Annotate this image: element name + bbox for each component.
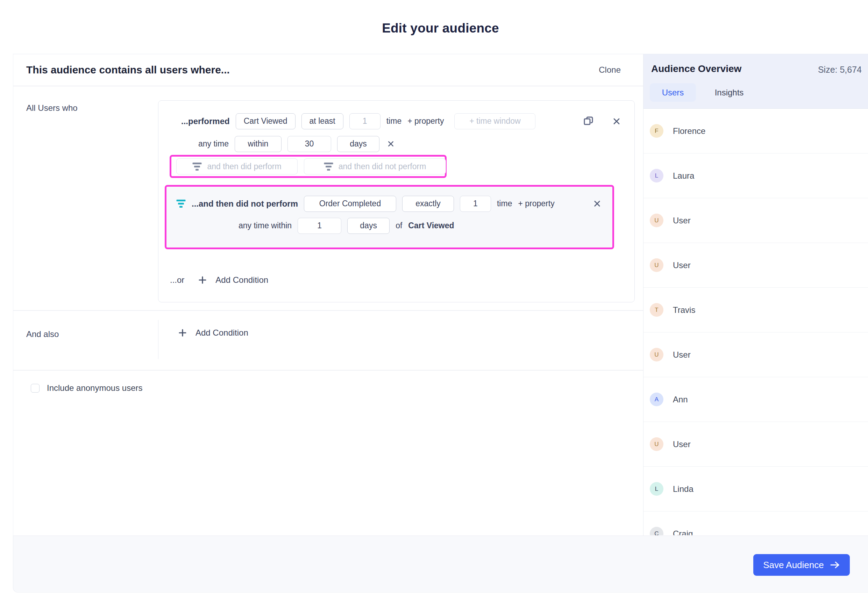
audience-overview-sidebar: Audience Overview Size: 5,674 Users Insi…	[643, 54, 868, 536]
builder-heading-row: This audience contains all users where..…	[13, 54, 643, 86]
timing-value-input[interactable]: 30	[288, 136, 331, 152]
user-name: User	[673, 350, 691, 360]
footer-bar: Save Audience	[13, 536, 868, 592]
and-then-did-perform-button[interactable]: and then did perform	[176, 158, 298, 174]
tab-insights[interactable]: Insights	[710, 83, 748, 102]
plus-icon	[179, 328, 187, 337]
or-label: ...or	[170, 275, 184, 285]
remove-timing-button[interactable]	[387, 140, 394, 147]
group-divider-line	[158, 320, 158, 359]
count-input[interactable]: 1	[349, 113, 381, 130]
user-name: Linda	[673, 484, 694, 494]
timing-operator-select[interactable]: within	[235, 136, 282, 152]
close-icon	[387, 140, 394, 147]
close-icon	[613, 117, 621, 125]
sequence-operator-select[interactable]: exactly	[402, 196, 454, 212]
copy-icon	[583, 116, 594, 127]
sequence-timing-reference-label: Cart Viewed	[408, 221, 454, 230]
close-icon	[593, 200, 601, 208]
list-item[interactable]: L Laura	[644, 153, 868, 198]
sidebar-header: Audience Overview Size: 5,674 Users Insi…	[644, 54, 868, 109]
add-property-button[interactable]: + property	[407, 116, 444, 126]
user-name: Laura	[673, 171, 694, 181]
audience-size-label: Size: 5,674	[818, 65, 862, 75]
include-anonymous-checkbox[interactable]	[31, 384, 40, 393]
event-select[interactable]: Cart Viewed	[236, 113, 295, 130]
list-item[interactable]: A Ann	[644, 377, 868, 422]
condition-prefix-label: ...performed	[181, 116, 230, 126]
arrow-right-icon	[830, 561, 840, 569]
filter-icon-teal	[176, 200, 186, 208]
and-then-did-perform-label: and then did perform	[207, 162, 281, 171]
and-then-did-not-perform-button[interactable]: and then did not perform	[304, 158, 446, 174]
remove-sequence-condition-button[interactable]	[593, 200, 601, 208]
page-title: Edit your audience	[13, 21, 868, 36]
sequence-timing-of-label: of	[396, 221, 402, 230]
timing-unit-select[interactable]: days	[337, 136, 379, 152]
plus-icon	[198, 276, 207, 284]
sequence-timing-value-input[interactable]: 1	[298, 218, 341, 234]
user-name: User	[673, 439, 691, 449]
user-name: Florence	[673, 126, 706, 136]
clone-button[interactable]: Clone	[599, 65, 621, 75]
sequence-prefix-label: ...and then did not perform	[192, 199, 298, 209]
user-name: Ann	[673, 395, 688, 405]
add-condition-button[interactable]: Add Condition	[179, 328, 248, 338]
user-name: Craig	[673, 529, 693, 536]
group-label-all-users: All Users who	[26, 103, 78, 113]
sequence-add-property-button[interactable]: + property	[518, 199, 554, 208]
timing-prefix-label: any time	[198, 139, 229, 149]
avatar: L	[650, 482, 663, 496]
sequence-count-unit-label: time	[497, 199, 512, 208]
condition-row-performed: ...performed Cart Viewed at least 1 time…	[158, 113, 635, 130]
avatar: F	[650, 124, 663, 138]
sequence-event-select[interactable]: Order Completed	[304, 196, 396, 212]
duplicate-condition-button[interactable]	[583, 116, 594, 127]
edit-audience-page: Edit your audience This audience contain…	[0, 0, 868, 595]
count-unit-label: time	[387, 116, 402, 126]
save-audience-button[interactable]: Save Audience	[753, 554, 850, 576]
list-item[interactable]: U User	[644, 422, 868, 467]
operator-select[interactable]: at least	[301, 113, 343, 130]
and-then-did-not-perform-label: and then did not perform	[338, 162, 426, 171]
avatar: U	[650, 214, 663, 227]
sidebar-title: Audience Overview	[651, 63, 741, 74]
save-audience-label: Save Audience	[763, 560, 824, 570]
add-condition-label: Add Condition	[216, 275, 268, 285]
sequence-count-input[interactable]: 1	[460, 196, 491, 212]
list-item[interactable]: L Linda	[644, 467, 868, 511]
condition-group-section: All Users who ...performed Cart Viewed a…	[13, 86, 643, 311]
avatar: U	[650, 348, 663, 361]
avatar: U	[650, 258, 663, 272]
time-window-button[interactable]: + time window	[454, 113, 536, 130]
avatar: L	[650, 169, 663, 183]
sequence-buttons-highlight: and then did perform and then did not p	[170, 155, 447, 178]
tab-users[interactable]: Users	[650, 83, 696, 102]
list-item[interactable]: U User	[644, 333, 868, 377]
add-condition-button[interactable]: Add Condition	[198, 275, 268, 285]
avatar: U	[650, 437, 663, 451]
sequence-timing-unit-select[interactable]: days	[347, 218, 390, 234]
remove-condition-button[interactable]	[613, 117, 621, 125]
anonymous-users-row: Include anonymous users	[31, 383, 143, 393]
avatar: C	[650, 527, 663, 535]
include-anonymous-label: Include anonymous users	[47, 383, 143, 393]
list-item[interactable]: T Travis	[644, 288, 868, 333]
list-item[interactable]: U User	[644, 198, 868, 243]
user-list: F Florence L Laura U User U User T Tra	[644, 109, 868, 535]
sequence-condition-highlight: ...and then did not perform Order Comple…	[165, 185, 614, 249]
builder-heading: This audience contains all users where..…	[26, 64, 230, 76]
sequence-timing-prefix-label: any time within	[239, 221, 292, 230]
list-item[interactable]: F Florence	[644, 109, 868, 153]
user-name: User	[673, 261, 691, 270]
group-label-and-also: And also	[26, 329, 59, 339]
avatar: A	[650, 393, 663, 406]
filter-icon	[192, 162, 202, 171]
user-name: Travis	[673, 305, 695, 315]
filter-icon	[324, 162, 333, 171]
sequence-condition-row: ...and then did not perform Order Comple…	[167, 196, 613, 212]
add-condition-label: Add Condition	[195, 328, 248, 338]
list-item[interactable]: U User	[644, 243, 868, 288]
sequence-timing-row: any time within 1 days of Cart Viewed	[167, 218, 613, 234]
list-item[interactable]: C Craig	[644, 511, 868, 535]
